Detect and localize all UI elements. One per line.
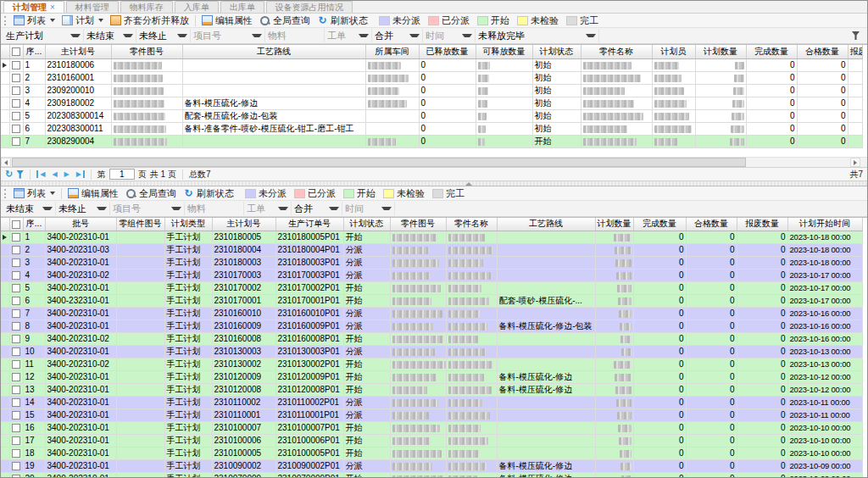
- checkbox[interactable]: [12, 322, 20, 331]
- row-checkbox[interactable]: [9, 269, 23, 281]
- column-header-11[interactable]: 完成数量: [633, 218, 686, 231]
- row-checkbox[interactable]: [9, 122, 23, 135]
- row-checkbox[interactable]: [9, 459, 23, 472]
- filter-combo-5[interactable]: 工单: [325, 29, 372, 42]
- tab-5[interactable]: 设备资源占用情况: [266, 1, 353, 13]
- row-checkbox[interactable]: [9, 320, 23, 332]
- close-icon[interactable]: ×: [50, 3, 55, 12]
- column-header-8[interactable]: 零件名称: [446, 218, 497, 231]
- checkbox[interactable]: [12, 373, 20, 381]
- table-row[interactable]: 63400-232310-01手工计划23101700012310170001P…: [1, 294, 862, 307]
- scroll-right-button[interactable]: [850, 158, 860, 167]
- last-page-button[interactable]: ▶: [75, 170, 85, 178]
- table-row[interactable]: 83400-202310-01手工计划23101600092310160009P…: [1, 320, 862, 332]
- filter-combo-3[interactable]: 项目号: [191, 29, 265, 42]
- table-row[interactable]: 33400-202310-01手工计划23101800032310180003P…: [1, 256, 862, 269]
- next-page-button[interactable]: ▶: [63, 170, 71, 178]
- refresh-button[interactable]: 刷新状态: [180, 186, 237, 200]
- panel-splitter[interactable]: [1, 181, 867, 186]
- table-row[interactable]: 73400-202310-01手工计划23101600102310160010P…: [1, 307, 862, 320]
- row-checkbox[interactable]: [9, 383, 23, 396]
- checkbox[interactable]: [12, 411, 20, 420]
- refresh-button[interactable]: 刷新状态: [314, 14, 371, 27]
- row-checkbox[interactable]: [9, 231, 23, 243]
- row-checkbox[interactable]: [9, 434, 23, 447]
- column-header-4[interactable]: 所属车间: [365, 45, 419, 58]
- row-checkbox[interactable]: [9, 97, 23, 109]
- filter-combo-4[interactable]: 物料: [265, 29, 325, 42]
- column-header-6[interactable]: 可释放数量: [476, 45, 532, 58]
- column-header-9[interactable]: 计划员: [652, 45, 695, 58]
- prev-page-button[interactable]: ◀: [50, 170, 58, 178]
- table-row[interactable]: 163400-202310-01手工计划23101000072310100007…: [1, 421, 862, 434]
- table-row[interactable]: 53400-202310-01手工计划23101700022310170002P…: [1, 281, 862, 294]
- select-all-header[interactable]: [9, 45, 23, 58]
- column-header-3[interactable]: 工艺路线: [182, 45, 365, 58]
- table-row[interactable]: 173400-202310-01手工计划23101000062310100006…: [1, 434, 862, 447]
- row-checkbox[interactable]: [9, 294, 23, 307]
- pager-refresh-icon[interactable]: ↻: [5, 169, 13, 180]
- checkbox[interactable]: [12, 86, 20, 95]
- row-checkbox[interactable]: [9, 71, 23, 84]
- filter-combo-0[interactable]: 生产计划: [3, 29, 84, 42]
- row-checkbox[interactable]: [9, 409, 23, 421]
- edit-button[interactable]: 编辑属性: [64, 186, 122, 200]
- column-header-7[interactable]: 计划状态: [532, 45, 581, 58]
- table-row[interactable]: 123101800060初始00: [1, 58, 862, 71]
- table-row[interactable]: 193400-202310-01手工计划23100900022310090002…: [1, 459, 862, 472]
- filter-combo-2[interactable]: 未终止: [136, 29, 191, 42]
- checkbox[interactable]: [12, 424, 20, 432]
- filter-combo-5[interactable]: 合并: [292, 202, 342, 215]
- table-row[interactable]: 93400-202310-02手工计划23101600082310160008P…: [1, 332, 862, 345]
- column-header-0[interactable]: 序...: [23, 218, 45, 231]
- release-button[interactable]: 齐套分析并释放: [107, 14, 192, 27]
- column-header-10[interactable]: 计划数量: [695, 45, 746, 58]
- filter-combo-1[interactable]: 未结束: [84, 29, 136, 42]
- tab-3[interactable]: 入库单: [175, 1, 219, 13]
- checkbox[interactable]: [12, 360, 20, 369]
- checkbox[interactable]: [12, 137, 20, 146]
- tab-0[interactable]: 计划管理×: [3, 1, 64, 13]
- select-all-checkbox[interactable]: [12, 220, 20, 229]
- column-header-6[interactable]: 计划状态: [343, 218, 390, 231]
- column-header-1[interactable]: 批号: [45, 218, 116, 231]
- table-row[interactable]: 113400-202310-02手工计划23101300022310130002…: [1, 358, 862, 370]
- filter-funnel-icon[interactable]: [852, 31, 860, 40]
- search-button[interactable]: 全局查询: [122, 186, 180, 200]
- checkbox[interactable]: [12, 462, 20, 470]
- column-header-12[interactable]: 合格数量: [686, 218, 737, 231]
- table-row[interactable]: 183400-202310-01手工计划23101000052310100005…: [1, 447, 862, 459]
- table-row[interactable]: 133400-202310-01手工计划23101200082310120008…: [1, 383, 862, 396]
- page-number-input[interactable]: [109, 169, 135, 180]
- row-checkbox[interactable]: [9, 358, 23, 370]
- row-checkbox[interactable]: [9, 243, 23, 256]
- search-button[interactable]: 全局查询: [256, 14, 314, 27]
- column-header-4[interactable]: 主计划号: [212, 218, 275, 231]
- table-row[interactable]: 23400-202310-03手工计划23101800042310180004P…: [1, 243, 862, 256]
- checkbox[interactable]: [12, 398, 20, 407]
- column-header-7[interactable]: 零件图号: [390, 218, 446, 231]
- tab-2[interactable]: 物料库存: [120, 1, 173, 13]
- filter-combo-6[interactable]: 合并: [372, 29, 423, 42]
- checkbox[interactable]: [12, 297, 20, 305]
- list-button[interactable]: 列表: [10, 14, 58, 27]
- table-row[interactable]: 723082900040开始00: [1, 135, 862, 147]
- row-checkbox[interactable]: [9, 345, 23, 358]
- row-checkbox[interactable]: [9, 421, 23, 434]
- table-row[interactable]: 43400-202310-02手工计划23101700032310170003P…: [1, 269, 862, 281]
- checkbox[interactable]: [12, 233, 20, 242]
- column-header-9[interactable]: 工艺路线: [497, 218, 595, 231]
- checkbox[interactable]: [12, 335, 20, 343]
- filter-combo-2[interactable]: 项目号: [110, 202, 185, 215]
- select-all-header[interactable]: [9, 218, 23, 231]
- filter-combo-7[interactable]: 时间: [423, 29, 476, 42]
- checkbox[interactable]: [12, 475, 20, 477]
- column-header-3[interactable]: 计划类型: [164, 218, 212, 231]
- checkbox[interactable]: [12, 112, 20, 120]
- checkbox[interactable]: [12, 74, 20, 82]
- row-checkbox[interactable]: [9, 396, 23, 409]
- column-header-8[interactable]: 零件名称: [581, 45, 652, 58]
- filter-combo-3[interactable]: 物料: [185, 202, 244, 215]
- table-row[interactable]: 323092000100初始00: [1, 84, 862, 97]
- checkbox[interactable]: [12, 61, 20, 69]
